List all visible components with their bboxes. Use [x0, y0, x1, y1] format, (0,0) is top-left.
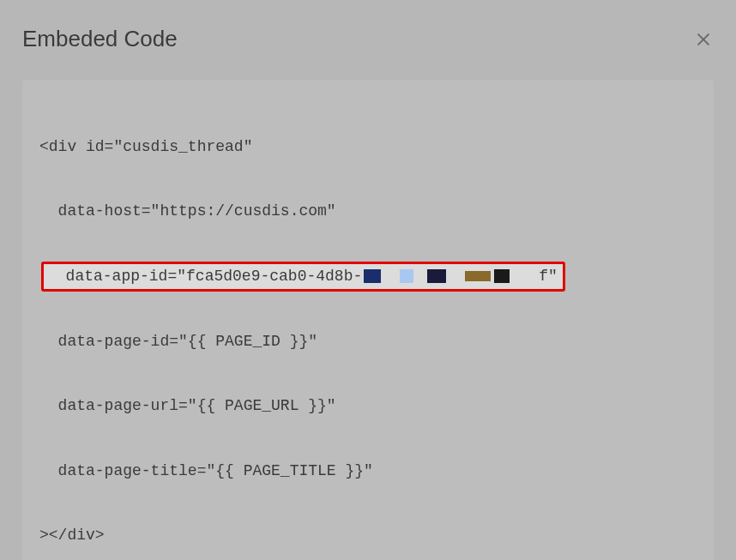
code-content: <div id="cusdis_thread" data-host="https… [39, 99, 714, 560]
code-line: data-page-url="{{ PAGE_URL }}" [39, 390, 714, 423]
code-line: data-page-title="{{ PAGE_TITLE }}" [39, 455, 714, 488]
code-line-highlighted: data-app-id="fca5d0e9-cab0-4d8b-f" [39, 261, 714, 293]
modal-title: Embeded Code [22, 26, 178, 52]
redacted-segment [364, 269, 381, 283]
code-line: ></div> [39, 520, 714, 552]
code-block[interactable]: <div id="cusdis_thread" data-host="https… [22, 80, 714, 560]
embed-code-modal: Embeded Code <div id="cusdis_thread" dat… [0, 0, 736, 560]
code-line: data-host="https://cusdis.com" [39, 196, 714, 228]
redacted-segment [400, 269, 413, 283]
redacted-segment [494, 269, 510, 283]
close-icon[interactable] [693, 29, 714, 50]
code-line: <div id="cusdis_thread" [39, 131, 714, 164]
redacted-segment [465, 271, 491, 281]
modal-header: Embeded Code [0, 0, 736, 69]
code-line: data-page-id="{{ PAGE_ID }}" [39, 326, 714, 358]
redacted-segment [427, 269, 446, 283]
